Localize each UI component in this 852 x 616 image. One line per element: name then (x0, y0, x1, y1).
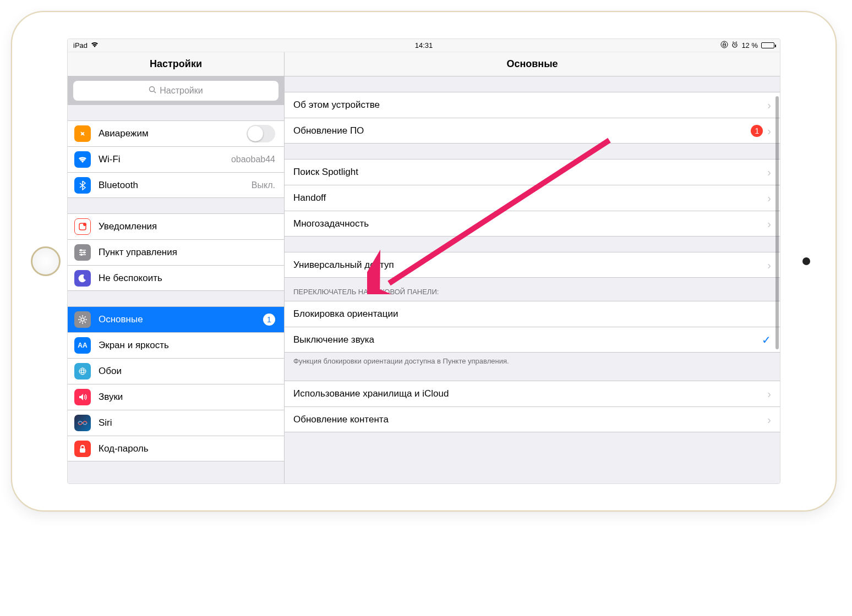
wifi-value: obaobab44 (231, 155, 275, 164)
side-switch-header: Переключатель на боковой панели: (285, 278, 780, 300)
side-switch-footer: Функция блокировки ориентации доступна в… (285, 353, 780, 365)
wifi-settings-icon (74, 151, 91, 168)
notifications-icon (74, 218, 91, 235)
row-label: Обновление ПО (293, 125, 746, 136)
row-sounds[interactable]: Звуки (68, 384, 284, 410)
checkmark-icon: ✓ (762, 333, 771, 346)
control-center-icon (74, 244, 91, 261)
row-background-refresh[interactable]: Обновление контента › (285, 406, 780, 432)
row-label: Авиарежим (99, 128, 247, 139)
row-notifications[interactable]: Уведомления (68, 213, 284, 239)
row-software-update[interactable]: Обновление ПО 1 › (285, 118, 780, 144)
svg-point-5 (80, 249, 82, 251)
update-badge: 1 (751, 125, 763, 137)
row-mute[interactable]: Выключение звука ✓ (285, 327, 780, 353)
svg-point-12 (81, 368, 84, 375)
row-label: Обновление контента (293, 414, 763, 425)
display-icon: AA (74, 337, 91, 354)
row-airplane-mode[interactable]: Авиарежим (68, 120, 284, 146)
row-label: Wi-Fi (99, 154, 231, 165)
svg-rect-13 (80, 448, 85, 453)
row-label: Код-пароль (99, 443, 275, 454)
status-time: 14:31 (415, 41, 433, 50)
orientation-lock-icon (720, 41, 728, 50)
bluetooth-icon (74, 177, 91, 194)
svg-point-7 (80, 254, 83, 256)
detail-pane: Основные Об этом устройстве › Обновление… (285, 52, 780, 483)
row-label: Основные (99, 314, 259, 325)
row-label: Не беспокоить (99, 273, 275, 284)
row-general[interactable]: Основные 1 (68, 306, 284, 332)
gear-icon (74, 311, 91, 328)
sounds-icon (74, 389, 91, 405)
svg-point-8 (81, 318, 84, 321)
row-wallpaper[interactable]: Обои (68, 358, 284, 384)
svg-point-4 (83, 223, 86, 226)
row-label: Блокировка ориентации (293, 309, 771, 320)
scrollbar[interactable] (775, 96, 779, 349)
row-passcode[interactable]: Код-пароль (68, 436, 284, 461)
detail-title: Основные (285, 52, 780, 76)
row-about[interactable]: Об этом устройстве › (285, 92, 780, 118)
row-label: Handoff (293, 193, 763, 204)
siri-icon (74, 415, 91, 431)
dnd-icon (74, 270, 91, 287)
chevron-right-icon: › (767, 125, 771, 136)
row-do-not-disturb[interactable]: Не беспокоить (68, 265, 284, 291)
airplane-toggle[interactable] (247, 125, 275, 142)
row-wifi[interactable]: Wi-Fi obaobab44 (68, 146, 284, 172)
airplane-icon (74, 125, 91, 142)
row-label: Многозадачность (293, 218, 763, 229)
front-camera (802, 257, 810, 265)
chevron-right-icon: › (767, 167, 771, 178)
sidebar-title: Настройки (68, 52, 284, 76)
row-label: Поиск Spotlight (293, 167, 763, 178)
row-label: Пункт управления (99, 247, 275, 258)
sidebar: Настройки Настройки Ави (68, 52, 285, 483)
row-lock-rotation[interactable]: Блокировка ориентации (285, 301, 780, 327)
general-badge: 1 (263, 314, 275, 326)
chevron-right-icon: › (767, 260, 771, 271)
search-placeholder: Настройки (160, 86, 203, 96)
row-siri[interactable]: Siri (68, 410, 284, 436)
row-label: Уведомления (99, 221, 275, 232)
chevron-right-icon: › (767, 414, 771, 425)
svg-point-11 (79, 370, 86, 373)
row-handoff[interactable]: Handoff › (285, 185, 780, 211)
row-label: Звуки (99, 392, 275, 403)
status-carrier: iPad (73, 41, 88, 50)
search-input[interactable]: Настройки (73, 81, 278, 101)
chevron-right-icon: › (767, 193, 771, 204)
row-bluetooth[interactable]: Bluetooth Выкл. (68, 172, 284, 198)
row-label: Универсальный доступ (293, 260, 763, 271)
wifi-icon (91, 41, 99, 50)
svg-point-6 (83, 251, 85, 254)
row-spotlight[interactable]: Поиск Spotlight › (285, 159, 780, 185)
svg-point-2 (150, 87, 155, 92)
chevron-right-icon: › (767, 100, 771, 111)
status-bar: iPad 14:31 12 % (68, 39, 780, 52)
svg-point-10 (81, 370, 84, 373)
row-storage[interactable]: Использование хранилища и iCloud › (285, 381, 780, 406)
search-icon (149, 86, 156, 96)
bluetooth-value: Выкл. (252, 180, 275, 190)
home-button[interactable] (31, 246, 61, 276)
chevron-right-icon: › (767, 218, 771, 229)
wallpaper-icon (74, 363, 91, 380)
row-label: Bluetooth (99, 180, 252, 191)
row-label: Использование хранилища и iCloud (293, 388, 763, 399)
passcode-icon (74, 441, 91, 457)
row-label: Об этом устройстве (293, 100, 763, 111)
svg-point-9 (79, 368, 86, 375)
row-label: Siri (99, 417, 275, 428)
row-display[interactable]: AA Экран и яркость (68, 332, 284, 358)
chevron-right-icon: › (767, 388, 771, 399)
row-label: Выключение звука (293, 334, 762, 345)
row-accessibility[interactable]: Универсальный доступ › (285, 252, 780, 278)
alarm-icon (731, 41, 738, 50)
ipad-frame: iPad 14:31 12 % Наст (11, 11, 837, 512)
row-label: Экран и яркость (99, 340, 275, 351)
row-control-center[interactable]: Пункт управления (68, 239, 284, 265)
battery-percent: 12 % (741, 41, 758, 50)
row-multitasking[interactable]: Многозадачность › (285, 211, 780, 237)
